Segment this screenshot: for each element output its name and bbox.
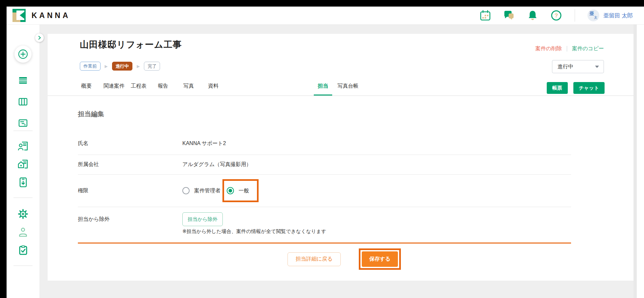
form-row-remove: 担当から除外 担当から除外 ※担当から外した場合、案件の情報が全て閲覧できなくな…: [78, 207, 571, 244]
clipboard-check-icon: [17, 245, 29, 256]
sidebar-item-settings[interactable]: [17, 208, 29, 220]
remove-controls: 担当から除外 ※担当から外した場合、案件の情報が全て閲覧できなくなります: [182, 212, 326, 235]
user-menu[interactable]: 亜 太 亜留田 太郎: [587, 10, 633, 21]
project-card: 山田様邸リフォーム工事 作業前 ▶ 進行中 ▶ 完了 案件の削除 案件のコピー: [48, 34, 633, 281]
scrollbar-track[interactable]: [633, 25, 637, 298]
step-arrow-icon: ▶: [105, 64, 108, 68]
tab-staff[interactable]: 担当: [314, 83, 332, 96]
right-gutter: [637, 25, 644, 298]
chevron-down-icon: [595, 66, 599, 68]
calendar-icon[interactable]: [479, 10, 491, 21]
avatar-char-top: 亜: [589, 11, 594, 17]
gear-icon: [17, 208, 29, 220]
status-stepper: 作業前 ▶ 進行中 ▶ 完了: [80, 62, 604, 71]
sidebar-item-list[interactable]: [17, 75, 29, 86]
sidebar-item-card[interactable]: [17, 117, 29, 129]
section-title: 担当編集: [78, 110, 633, 118]
tab-overview[interactable]: 概要: [81, 83, 92, 96]
avatar: 亜 太: [587, 10, 599, 21]
header-actions: ? 亜 太 亜留田 太郎: [479, 9, 633, 22]
sidebar-item-app-download[interactable]: [17, 177, 29, 188]
back-to-detail-button[interactable]: 担当詳細に戻る: [288, 252, 341, 266]
status-select-value: 進行中: [558, 63, 573, 70]
chevron-right-icon: [37, 36, 41, 40]
kanna-logo-icon: [12, 9, 26, 22]
remove-from-staff-button[interactable]: 担当から除外: [182, 212, 223, 226]
tab-related[interactable]: 関連案件: [104, 83, 125, 96]
app-download-icon: [17, 177, 29, 188]
brand-name: KANNA: [32, 11, 70, 20]
help-icon[interactable]: ?: [550, 10, 562, 21]
radio-project-manager[interactable]: [182, 187, 190, 194]
project-actions: 案件の削除 案件のコピー 進行中: [536, 45, 604, 73]
form-row-name: 氏名 KANNA サポート2: [78, 132, 571, 155]
remove-label: 担当から除外: [78, 212, 182, 223]
sidebar-item-board[interactable]: [17, 96, 29, 107]
sidebar-item-partners[interactable]: [17, 159, 29, 170]
sidebar-item-tasks[interactable]: [17, 245, 29, 256]
columns-icon: [17, 96, 29, 107]
sidebar-item-profile[interactable]: [17, 227, 29, 238]
avatar-char-bottom: 太: [594, 15, 597, 20]
sidebar-item-members[interactable]: [17, 140, 29, 152]
status-step-active[interactable]: 進行中: [112, 62, 133, 71]
tab-photos[interactable]: 写真: [183, 83, 194, 96]
plus-circle-icon: [18, 49, 28, 59]
status-select[interactable]: 進行中: [552, 60, 604, 73]
remove-note: ※担当から外した場合、案件の情報が全て閲覧できなくなります: [182, 228, 326, 235]
form-row-company: 所属会社 アルダグラム（写真撮影用）: [78, 155, 571, 175]
form-row-role: 権限 案件管理者 一般: [78, 175, 571, 207]
report-form-button[interactable]: 帳票: [547, 82, 568, 94]
user-name: 亜留田 太郎: [603, 12, 633, 19]
name-value: KANNA サポート2: [182, 140, 226, 147]
status-step-before[interactable]: 作業前: [80, 62, 101, 71]
radio-general[interactable]: [227, 187, 234, 194]
svg-text:?: ?: [555, 12, 558, 19]
tab-photo-ledger[interactable]: 写真台帳: [337, 83, 358, 96]
card-note-icon: [17, 117, 29, 129]
delete-project-link[interactable]: 案件の削除: [536, 45, 562, 52]
chat-icon[interactable]: [503, 10, 515, 21]
sidebar-divider: [13, 266, 33, 266]
tab-documents[interactable]: 資料: [208, 83, 218, 96]
list-icon: [17, 75, 29, 86]
tab-reports[interactable]: 報告: [158, 83, 168, 96]
tab-schedule[interactable]: 工程表: [131, 83, 147, 96]
sidebar-expand-button[interactable]: [35, 33, 44, 42]
member-document-icon: [17, 140, 29, 152]
status-step-done[interactable]: 完了: [144, 62, 160, 71]
form-footer: 担当詳細に戻る 保存する: [117, 248, 571, 270]
copy-project-link[interactable]: 案件のコピー: [572, 45, 604, 52]
page-title: 山田様邸リフォーム工事: [80, 39, 604, 51]
header-divider: [575, 9, 575, 22]
sidebar-divider: [13, 198, 33, 198]
chat-button[interactable]: チャット: [573, 82, 605, 94]
name-label: 氏名: [78, 140, 182, 147]
bell-icon[interactable]: [527, 10, 539, 21]
app-header: KANNA: [7, 7, 644, 25]
role-radio-group: 案件管理者 一般: [182, 179, 259, 202]
annotation-highlight-box: 保存する: [359, 248, 401, 270]
tab-actions: 帳票 チャット: [547, 82, 605, 94]
tab-bar: 概要 関連案件 工程表 報告 写真 資料 担当 写真台帳 帳票 チャット: [48, 80, 633, 96]
radio-project-manager-label[interactable]: 案件管理者: [194, 187, 220, 194]
staff-edit-form: 氏名 KANNA サポート2 所属会社 アルダグラム（写真撮影用） 権限 案件管…: [78, 132, 571, 244]
app-window: KANNA: [7, 7, 644, 298]
project-header: 山田様邸リフォーム工事 作業前 ▶ 進行中 ▶ 完了 案件の削除 案件のコピー: [48, 34, 633, 71]
person-icon: [17, 227, 29, 238]
project-links: 案件の削除 案件のコピー: [536, 45, 604, 52]
role-label: 権限: [78, 187, 182, 194]
app-shell: 山田様邸リフォーム工事 作業前 ▶ 進行中 ▶ 完了 案件の削除 案件のコピー: [7, 25, 644, 298]
sidebar: [7, 25, 39, 298]
save-button[interactable]: 保存する: [362, 251, 398, 267]
company-label: 所属会社: [78, 161, 182, 168]
main-area: 山田様邸リフォーム工事 作業前 ▶ 進行中 ▶ 完了 案件の削除 案件のコピー: [39, 25, 644, 298]
company-value: アルダグラム（写真撮影用）: [182, 161, 251, 168]
brand[interactable]: KANNA: [12, 9, 70, 22]
sidebar-add-button[interactable]: [14, 46, 32, 63]
sidebar-divider: [13, 131, 33, 131]
radio-general-label[interactable]: 一般: [239, 187, 249, 194]
step-arrow-icon: ▶: [137, 64, 140, 68]
links-divider: [567, 46, 567, 52]
partner-document-icon: [17, 159, 29, 170]
